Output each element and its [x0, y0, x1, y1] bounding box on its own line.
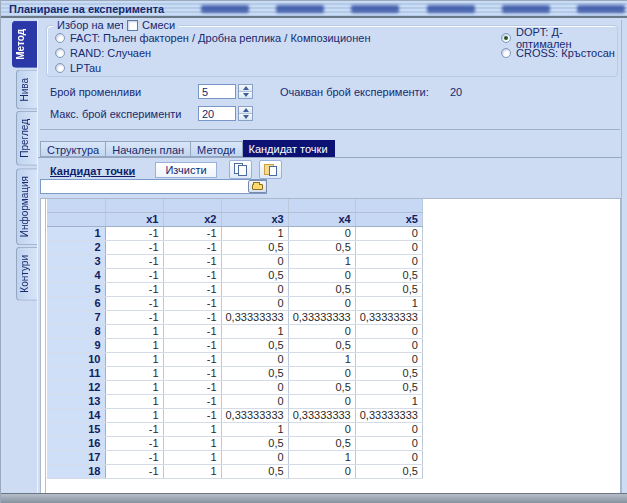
row-number[interactable]: 10 — [47, 352, 105, 366]
row-number[interactable]: 13 — [47, 394, 105, 408]
table-cell[interactable]: 1 — [105, 408, 163, 422]
table-cell[interactable]: -1 — [163, 226, 221, 240]
table-cell[interactable]: -1 — [163, 380, 221, 394]
table-cell[interactable]: 0 — [355, 436, 422, 450]
table-cell[interactable]: -1 — [105, 226, 163, 240]
table-cell[interactable]: -1 — [163, 352, 221, 366]
copy-button[interactable] — [229, 160, 252, 179]
table-cell[interactable]: -1 — [163, 254, 221, 268]
browse-button[interactable] — [248, 180, 267, 193]
max-experiments-input[interactable] — [198, 106, 236, 121]
column-header-x1[interactable]: x1 — [105, 212, 163, 226]
row-number[interactable]: 1 — [47, 226, 105, 240]
max-experiments-spinner[interactable] — [238, 106, 253, 121]
table-cell[interactable]: 0,5 — [288, 338, 355, 352]
table-cell[interactable]: 0 — [288, 366, 355, 380]
table-cell[interactable]: 0,5 — [355, 464, 422, 478]
table-cell[interactable]: -1 — [163, 310, 221, 324]
table-cell[interactable]: -1 — [163, 324, 221, 338]
table-cell[interactable]: 0,5 — [221, 240, 288, 254]
table-cell[interactable]: 0,5 — [221, 268, 288, 282]
spin-down-icon[interactable] — [239, 91, 252, 98]
table-cell[interactable]: 0 — [288, 226, 355, 240]
table-cell[interactable]: 0,33333333 — [288, 408, 355, 422]
tab-metodi[interactable]: Методи — [191, 141, 242, 157]
table-cell[interactable]: -1 — [105, 268, 163, 282]
table-cell[interactable]: 0 — [355, 324, 422, 338]
clear-button[interactable]: Изчисти — [155, 162, 217, 178]
row-number[interactable]: 17 — [47, 450, 105, 464]
column-header-x3[interactable]: x3 — [221, 212, 288, 226]
table-cell[interactable]: -1 — [105, 254, 163, 268]
row-number[interactable]: 18 — [47, 464, 105, 478]
mixtures-checkbox[interactable] — [127, 20, 138, 31]
table-cell[interactable]: 1 — [221, 324, 288, 338]
sidebar-tab-metod[interactable]: Метод — [12, 21, 37, 68]
row-number[interactable]: 11 — [47, 366, 105, 380]
table-cell[interactable]: 0 — [355, 450, 422, 464]
table-cell[interactable]: -1 — [105, 296, 163, 310]
table-cell[interactable]: 0,5 — [221, 338, 288, 352]
table-cell[interactable]: 1 — [105, 324, 163, 338]
table-cell[interactable]: -1 — [105, 422, 163, 436]
table-cell[interactable]: 1 — [355, 394, 422, 408]
column-header-x5[interactable]: x5 — [355, 212, 422, 226]
table-cell[interactable]: 0,5 — [355, 366, 422, 380]
row-number[interactable]: 9 — [47, 338, 105, 352]
paste-button[interactable] — [259, 160, 282, 179]
table-cell[interactable]: 0 — [355, 226, 422, 240]
table-cell[interactable]: 0 — [221, 254, 288, 268]
table-cell[interactable]: 1 — [355, 296, 422, 310]
table-cell[interactable]: -1 — [105, 450, 163, 464]
table-cell[interactable]: 0 — [355, 422, 422, 436]
table-cell[interactable]: -1 — [163, 296, 221, 310]
sidebar-tab-konturi[interactable]: Контури — [16, 247, 37, 301]
row-number[interactable]: 12 — [47, 380, 105, 394]
row-number[interactable]: 15 — [47, 422, 105, 436]
table-cell[interactable]: -1 — [105, 436, 163, 450]
table-cell[interactable]: 1 — [288, 254, 355, 268]
row-number[interactable]: 6 — [47, 296, 105, 310]
table-cell[interactable]: -1 — [163, 282, 221, 296]
table-cell[interactable]: 0 — [221, 352, 288, 366]
row-number[interactable]: 16 — [47, 436, 105, 450]
table-cell[interactable]: 0 — [221, 450, 288, 464]
table-cell[interactable]: 1 — [163, 436, 221, 450]
table-cell[interactable]: 0,5 — [221, 436, 288, 450]
table-cell[interactable]: 0 — [288, 268, 355, 282]
table-cell[interactable]: -1 — [163, 268, 221, 282]
sidebar-tab-informatsiya[interactable]: Информация — [16, 168, 37, 245]
table-cell[interactable]: 0,5 — [288, 436, 355, 450]
table-cell[interactable]: 1 — [105, 366, 163, 380]
table-cell[interactable]: -1 — [105, 464, 163, 478]
row-number[interactable]: 7 — [47, 310, 105, 324]
table-cell[interactable]: 0 — [355, 352, 422, 366]
table-cell[interactable]: 0,5 — [355, 268, 422, 282]
table-cell[interactable]: -1 — [105, 240, 163, 254]
row-number[interactable]: 4 — [47, 268, 105, 282]
table-cell[interactable]: 1 — [288, 450, 355, 464]
table-cell[interactable]: -1 — [163, 408, 221, 422]
table-cell[interactable]: 0 — [355, 240, 422, 254]
table-cell[interactable]: 0,33333333 — [221, 310, 288, 324]
tab-nachalen-plan[interactable]: Начален план — [106, 141, 191, 157]
table-cell[interactable]: 1 — [163, 464, 221, 478]
redacted-menu-item[interactable] — [201, 5, 249, 13]
table-cell[interactable]: -1 — [163, 366, 221, 380]
table-cell[interactable]: 0 — [288, 464, 355, 478]
num-variables-input[interactable] — [198, 84, 236, 99]
radio-option-dopt[interactable]: DOPT: Д-оптимален — [501, 32, 617, 44]
spin-down-icon[interactable] — [239, 113, 252, 120]
row-number[interactable]: 3 — [47, 254, 105, 268]
tab-kandidat-tochki[interactable]: Кандидат точки — [243, 140, 335, 157]
table-cell[interactable]: 0,33333333 — [355, 408, 422, 422]
sidebar-tab-pregled[interactable]: Преглед — [16, 111, 37, 166]
table-cell[interactable]: -1 — [105, 310, 163, 324]
table-cell[interactable]: 0 — [221, 282, 288, 296]
table-cell[interactable]: 0,5 — [221, 464, 288, 478]
tab-struktura[interactable]: Структура — [40, 141, 106, 157]
table-cell[interactable]: 1 — [288, 352, 355, 366]
row-number[interactable]: 8 — [47, 324, 105, 338]
table-cell[interactable]: 0,33333333 — [355, 310, 422, 324]
table-cell[interactable]: -1 — [163, 240, 221, 254]
